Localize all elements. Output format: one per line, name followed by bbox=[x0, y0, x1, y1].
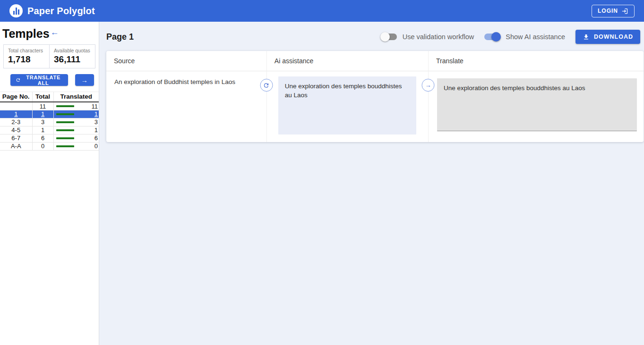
app-logo: Paper Polyglot bbox=[9, 4, 95, 17]
translation-card: Source Ai assistance Translate An explor… bbox=[106, 51, 644, 142]
page-row-6-7[interactable]: 6-7 6 6 bbox=[0, 134, 99, 142]
available-quotas-value: 36,111 bbox=[54, 54, 91, 65]
forward-arrow-icon: → bbox=[425, 82, 431, 89]
progress-bar bbox=[56, 113, 74, 115]
column-header-translate: Translate bbox=[428, 51, 644, 71]
toggle-switch-on[interactable] bbox=[484, 32, 500, 42]
translate-textarea[interactable]: Une exploration des temples bouddhistes … bbox=[437, 78, 637, 131]
back-arrow-icon[interactable]: ← bbox=[51, 28, 59, 36]
page-title: Page 1 bbox=[106, 32, 134, 42]
stats-panel: Total characters 1,718 Available quotas … bbox=[3, 44, 95, 68]
regenerate-ai-button[interactable] bbox=[260, 79, 273, 92]
app-bar: Paper Polyglot LOGIN bbox=[0, 0, 644, 22]
page-row-1[interactable]: 1 1 1 bbox=[0, 110, 99, 118]
document-title: Temples bbox=[2, 27, 50, 40]
progress-bar bbox=[56, 129, 74, 131]
ai-assistance-text: Une exploration des temples bouddhistes … bbox=[278, 76, 416, 135]
total-characters-value: 1,718 bbox=[8, 54, 45, 65]
refresh-icon bbox=[16, 77, 21, 83]
page-row-4-5[interactable]: 4-5 1 1 bbox=[0, 126, 99, 134]
login-button-label: LOGIN bbox=[598, 8, 618, 14]
forward-arrow-icon: → bbox=[81, 76, 88, 84]
login-icon bbox=[621, 8, 628, 15]
total-characters-stat: Total characters 1,718 bbox=[4, 45, 49, 68]
translate-all-label: TRANSLATE ALL bbox=[24, 75, 63, 86]
app-title: Paper Polyglot bbox=[27, 6, 95, 17]
login-button[interactable]: LOGIN bbox=[592, 5, 635, 17]
progress-bar bbox=[56, 121, 74, 123]
download-button-label: DOWNLOAD bbox=[594, 34, 633, 40]
total-characters-label: Total characters bbox=[8, 48, 45, 53]
column-header-ai-assistance: Ai assistance bbox=[266, 51, 428, 71]
column-header-source: Source bbox=[106, 51, 266, 71]
available-quotas-stat: Available quotas 36,111 bbox=[49, 45, 95, 68]
pages-table: Page No. Total Translated 11 11 1 1 1 2-… bbox=[0, 92, 99, 151]
progress-bar bbox=[56, 137, 74, 139]
next-page-button[interactable]: → bbox=[75, 74, 94, 86]
sidebar: Temples ← Total characters 1,718 Availab… bbox=[0, 22, 99, 345]
translate-all-button[interactable]: TRANSLATE ALL bbox=[10, 74, 68, 86]
main-panel: Page 1 Use validation workflow Show AI a… bbox=[99, 22, 644, 345]
progress-bar bbox=[56, 145, 74, 147]
validation-workflow-label: Use validation workflow bbox=[403, 33, 474, 41]
ai-assistance-toggle[interactable]: Show AI assistance bbox=[484, 32, 565, 42]
ai-assistance-label: Show AI assistance bbox=[506, 33, 565, 41]
pages-header-pageno: Page No. bbox=[0, 92, 32, 102]
pages-header-translated: Translated bbox=[53, 92, 99, 102]
refresh-icon bbox=[263, 82, 270, 89]
source-text: An exploration of Buddhist temples in La… bbox=[106, 71, 266, 142]
download-icon bbox=[583, 34, 590, 41]
toggle-switch-off[interactable] bbox=[381, 32, 397, 42]
page-row-a-a[interactable]: A-A 0 0 bbox=[0, 142, 99, 150]
copy-to-translate-button[interactable]: → bbox=[422, 79, 435, 92]
progress-bar bbox=[56, 105, 74, 107]
page-row-2-3[interactable]: 2-3 3 3 bbox=[0, 118, 99, 126]
download-button[interactable]: DOWNLOAD bbox=[575, 30, 640, 44]
logo-icon bbox=[9, 4, 23, 17]
available-quotas-label: Available quotas bbox=[54, 48, 91, 53]
pages-header-total: Total bbox=[32, 92, 53, 102]
translation-row: An exploration of Buddhist temples in La… bbox=[106, 71, 644, 142]
pages-totals-row: 11 11 bbox=[0, 102, 99, 110]
validation-workflow-toggle[interactable]: Use validation workflow bbox=[381, 32, 474, 42]
